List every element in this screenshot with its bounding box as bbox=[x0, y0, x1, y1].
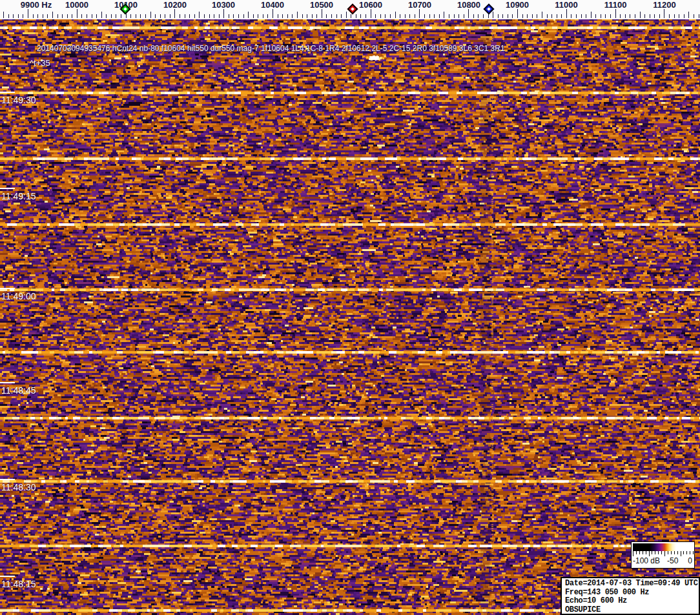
minor-tick bbox=[229, 14, 229, 18]
minor-tick bbox=[302, 14, 303, 18]
minor-tick bbox=[263, 14, 263, 18]
minor-tick bbox=[130, 14, 131, 18]
minor-tick bbox=[669, 14, 670, 18]
minor-tick bbox=[659, 14, 660, 18]
major-tick bbox=[77, 9, 77, 18]
frequency-scale-label: 10700 bbox=[408, 0, 431, 10]
minor-tick bbox=[189, 14, 190, 18]
colorbar-tick bbox=[674, 551, 675, 554]
minor-tick bbox=[576, 14, 577, 18]
minor-tick bbox=[87, 14, 87, 18]
minor-tick bbox=[150, 12, 151, 18]
colorbar-ticks bbox=[633, 551, 693, 556]
colorbar-tick bbox=[655, 551, 655, 554]
minor-tick bbox=[405, 14, 406, 18]
minor-tick bbox=[620, 14, 621, 18]
minor-tick bbox=[650, 14, 650, 18]
observation-info-box: Date=2014-07-03 Time=09:49 UTC Freq=143 … bbox=[561, 577, 700, 615]
minor-tick bbox=[101, 12, 102, 18]
minor-tick bbox=[395, 12, 396, 18]
minor-tick bbox=[258, 14, 258, 18]
red-frequency-marker-icon[interactable] bbox=[347, 4, 358, 15]
minor-tick bbox=[331, 14, 332, 18]
major-tick bbox=[223, 9, 224, 18]
spectrogram-area: 20140703094935476 hCnt24 nb-80 f10604 hi… bbox=[0, 19, 700, 615]
minor-tick bbox=[454, 14, 455, 18]
time-axis-tick bbox=[0, 382, 15, 383]
minor-tick bbox=[140, 14, 141, 18]
minor-tick bbox=[199, 12, 200, 18]
frequency-scale-label: 10500 bbox=[310, 0, 333, 10]
minor-tick bbox=[194, 14, 195, 18]
minor-tick bbox=[292, 14, 293, 18]
minor-tick bbox=[434, 14, 435, 18]
major-tick bbox=[468, 9, 469, 18]
minor-tick bbox=[439, 14, 440, 18]
minor-tick bbox=[684, 14, 685, 18]
colorbar-tick bbox=[671, 551, 672, 554]
minor-tick bbox=[498, 14, 499, 18]
minor-tick bbox=[605, 14, 606, 18]
minor-tick bbox=[356, 14, 356, 18]
time-axis-tick bbox=[0, 576, 15, 577]
minor-tick bbox=[116, 14, 116, 18]
minor-tick bbox=[62, 14, 63, 18]
minor-tick bbox=[483, 14, 484, 18]
frequency-scale-label: 10900 bbox=[506, 0, 529, 10]
minor-tick bbox=[155, 14, 156, 18]
minor-tick bbox=[278, 14, 278, 18]
minor-tick bbox=[688, 12, 689, 18]
minor-tick bbox=[532, 14, 533, 18]
minor-tick bbox=[458, 14, 459, 18]
colorbar-tick bbox=[636, 551, 637, 554]
frequency-scale-label: 11000 bbox=[555, 0, 577, 10]
major-tick bbox=[664, 9, 664, 18]
frequency-scale-label: 10000 bbox=[65, 0, 88, 10]
major-tick bbox=[419, 9, 420, 18]
colorbar-tick bbox=[649, 551, 650, 556]
time-axis-tick bbox=[0, 288, 15, 289]
minor-tick bbox=[551, 14, 552, 18]
info-station-name: OBSUPICE bbox=[565, 606, 699, 615]
minor-tick bbox=[444, 12, 444, 18]
marker-center-dot bbox=[351, 7, 355, 11]
minor-tick bbox=[400, 14, 400, 18]
minor-tick bbox=[527, 14, 528, 18]
minor-tick bbox=[214, 14, 214, 18]
minor-tick bbox=[635, 14, 635, 18]
colorbar: -100 dB -50 0 bbox=[631, 541, 695, 569]
minor-tick bbox=[248, 12, 249, 18]
frequency-scale-label: 10800 bbox=[457, 0, 480, 10]
minor-tick bbox=[336, 14, 337, 18]
major-tick bbox=[28, 9, 28, 18]
minor-tick bbox=[464, 14, 464, 18]
minor-tick bbox=[380, 14, 381, 18]
colorbar-label-max: 0 bbox=[688, 556, 692, 565]
minor-tick bbox=[287, 14, 288, 18]
minor-tick bbox=[312, 14, 313, 18]
minor-tick bbox=[282, 14, 283, 18]
minor-tick bbox=[136, 14, 136, 18]
major-tick bbox=[371, 9, 371, 18]
time-axis-tick bbox=[0, 92, 15, 93]
minor-tick bbox=[571, 14, 571, 18]
minor-tick bbox=[385, 14, 386, 18]
minor-tick bbox=[679, 14, 679, 18]
frequency-scale-label: 10600 bbox=[359, 0, 382, 10]
minor-tick bbox=[326, 14, 327, 18]
time-label: 11:48:45 bbox=[1, 385, 36, 396]
minor-tick bbox=[591, 12, 592, 18]
minor-tick bbox=[375, 14, 376, 18]
minor-tick bbox=[429, 14, 430, 18]
colorbar-tick bbox=[693, 551, 694, 554]
meteor-spectrogram-app: 9900 Hz100001010010200103001040010500106… bbox=[0, 0, 700, 615]
minor-tick bbox=[47, 14, 48, 18]
frequency-scale-label: 10200 bbox=[163, 0, 187, 10]
time-axis-tick bbox=[0, 479, 15, 480]
minor-tick bbox=[52, 12, 53, 18]
colorbar-tick bbox=[686, 551, 687, 554]
minor-tick bbox=[473, 14, 474, 18]
minor-tick bbox=[610, 14, 611, 18]
major-tick bbox=[273, 9, 273, 18]
minor-tick bbox=[478, 14, 479, 18]
